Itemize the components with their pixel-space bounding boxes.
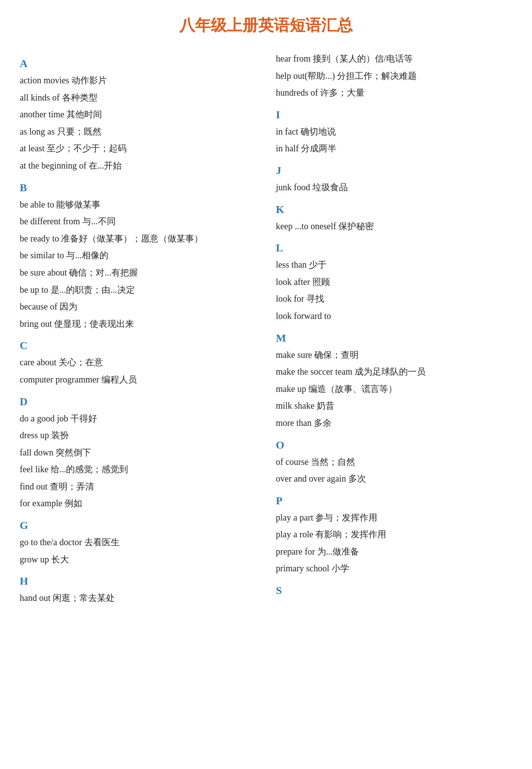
phrase-english: be sure about [20,268,67,278]
phrase-english: make up [276,384,306,394]
phrase-item: feel like 给...的感觉；感觉到 [20,461,256,478]
phrase-english: keep ...to oneself [276,221,336,231]
phrase-chinese: 能够做某事 [54,200,101,210]
phrase-item: in fact 确切地说 [276,123,512,140]
phrase-chinese: 接到（某人的）信/电话等 [310,54,413,64]
phrase-item: make the soccer team 成为足球队的一员 [276,363,512,381]
phrase-item: another time 其他时间 [20,106,256,123]
phrase-item: help out(帮助...) 分担工作；解决难题 [276,68,512,85]
phrase-item: grow up 长大 [20,551,256,568]
phrase-item: keep ...to oneself 保护秘密 [276,218,512,235]
phrase-chinese: 各种类型 [60,93,98,103]
phrase-english: find out [20,482,48,491]
phrase-english: look after [276,277,310,287]
section-letter-p: P [276,494,512,507]
section-letter-j: J [276,164,512,177]
phrase-english: be similar to [20,250,64,260]
phrase-english: in fact [276,127,298,137]
phrase-item: less than 少于 [276,256,512,274]
phrase-english: care about [20,357,56,367]
phrase-item: be different from 与...不同 [20,213,256,230]
phrase-item: of course 当然；自然 [276,454,512,471]
phrase-item: hundreds of 许多；大量 [276,84,512,102]
phrase-item: dress up 装扮 [20,427,256,444]
phrase-english: another time [20,109,64,119]
phrase-english: do a good job [20,414,68,423]
section-letter-k: K [276,203,512,216]
phrase-chinese: 编程人员 [99,375,137,384]
phrase-item: junk food 垃圾食品 [276,179,512,196]
phrase-english: prepare for [276,547,315,557]
phrase-chinese: 其他时间 [64,109,102,119]
phrase-chinese: 至少；不少于；起码 [44,143,127,153]
phrase-english: be up to [20,285,48,295]
phrase-chinese: 突然倒下 [53,448,91,457]
phrase-item: all kinds of 各种类型 [20,89,256,106]
phrase-english: hand out [20,593,51,603]
phrase-item: action movies 动作影片 [20,72,256,89]
phrase-chinese: 分担工作；解决难题 [335,71,417,81]
phrase-chinese: 使显现；使表现出来 [52,319,134,329]
phrase-chinese: 给...的感觉；感觉到 [48,464,128,474]
phrase-item: for example 例如 [20,495,256,512]
phrase-item: be up to 是...的职责；由...决定 [20,281,256,299]
phrase-chinese: 干得好 [68,414,98,423]
phrase-item: play a role 有影响；发挥作用 [276,526,512,543]
phrase-english: because of [20,302,57,312]
phrase-english: action movies [20,75,69,85]
phrase-english: at least [20,143,44,153]
phrase-english: bring out [20,319,52,329]
phrase-english: more than [276,418,311,428]
phrase-chinese: 分成两半 [299,143,337,153]
phrase-chinese: 准备好（做某事）；愿意（做某事） [59,234,203,244]
phrase-item: make up 编造（故事、谎言等） [276,381,512,398]
section-letter-b: B [20,181,256,194]
phrase-item: as long as 只要；既然 [20,123,256,140]
section-letter-m: M [276,332,512,345]
phrase-english: look for [276,294,304,304]
phrase-chinese: 闲逛；常去某处 [51,593,115,603]
phrase-chinese: 小学 [329,563,349,573]
phrase-item: computer programmer 编程人员 [20,371,256,388]
phrase-english: of course [276,457,308,467]
phrase-chinese: 多次 [346,474,366,484]
phrase-english: be different from [20,216,80,226]
phrase-english: over and over again [276,474,346,484]
phrase-english: junk food [276,182,310,192]
phrase-item: bring out 使显现；使表现出来 [20,315,256,333]
phrase-chinese: 与...不同 [80,216,116,226]
phrase-english: play a role [276,529,313,539]
phrase-chinese: 例如 [62,498,82,508]
phrase-chinese: 关心；在意 [56,357,103,367]
phrase-item: look forward to [276,308,512,325]
left-column: Aaction movies 动作影片all kinds of 各种类型anot… [20,50,256,607]
phrase-chinese: 只要；既然 [55,127,101,137]
phrase-item: care about 关心；在意 [20,354,256,371]
phrase-chinese: 确保；查明 [312,350,359,360]
section-letter-c: C [20,339,256,352]
phrase-item: find out 查明；弄清 [20,478,256,495]
phrase-chinese: 当然；自然 [308,457,355,467]
phrase-item: be sure about 确信；对...有把握 [20,264,256,281]
phrase-chinese: 有影响；发挥作用 [313,529,387,539]
phrase-item: be ready to 准备好（做某事）；愿意（做某事） [20,230,256,247]
phrase-item: prepare for 为...做准备 [276,543,512,560]
phrase-chinese: 照顾 [310,277,330,287]
phrase-chinese: 少于 [307,260,327,270]
phrase-english: grow up [20,555,49,564]
page-title: 八年级上册英语短语汇总 [20,15,512,36]
phrase-english: as long as [20,127,55,137]
phrase-item: at the beginning of 在...开始 [20,157,256,175]
phrase-english: hear from [276,54,310,64]
phrase-item: milk shake 奶昔 [276,397,512,415]
section-letter-h: H [20,575,256,588]
phrase-english: in half [276,143,299,153]
phrase-item: more than 多余 [276,415,512,432]
phrase-chinese: 动作影片 [69,75,107,85]
phrase-chinese: 与...相像的 [64,250,108,260]
phrase-item: be able to 能够做某事 [20,196,256,213]
phrase-chinese: 确信；对...有把握 [67,268,138,278]
phrase-chinese: 查明；弄清 [48,482,95,491]
phrase-item: over and over again 多次 [276,470,512,488]
phrase-chinese: 许多；大量 [318,88,365,98]
